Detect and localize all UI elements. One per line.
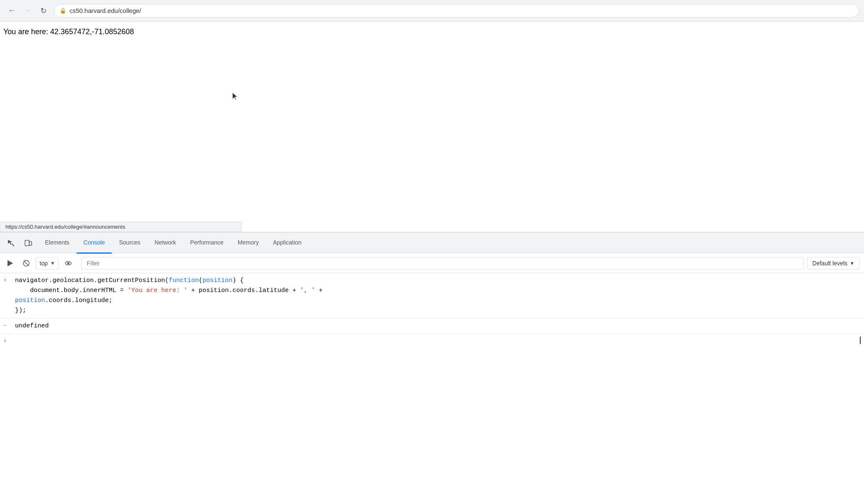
code-paren1: ( bbox=[199, 277, 202, 284]
console-input-line: › bbox=[0, 334, 864, 347]
console-input-arrow[interactable]: › bbox=[3, 276, 12, 283]
back-button[interactable]: ← bbox=[5, 4, 18, 17]
svg-rect-4 bbox=[7, 260, 8, 266]
default-levels-button[interactable]: Default levels ▼ bbox=[807, 257, 860, 269]
console-toolbar: top ▼ Default levels ▼ bbox=[0, 253, 864, 273]
console-entry-return: ← undefined bbox=[0, 319, 864, 334]
url-text: cs50.harvard.edu/college/ bbox=[70, 7, 141, 14]
svg-point-8 bbox=[67, 262, 70, 264]
tab-elements[interactable]: Elements bbox=[38, 233, 76, 254]
svg-line-6 bbox=[24, 261, 29, 266]
tab-console[interactable]: Console bbox=[77, 233, 111, 254]
browser-chrome: ← → ↻ 🔒 cs50.harvard.edu/college/ bbox=[0, 0, 864, 22]
forward-button[interactable]: → bbox=[21, 4, 34, 17]
mouse-cursor-indicator bbox=[232, 92, 240, 103]
code-closing: }); bbox=[15, 307, 26, 314]
page-content: You are here: 42.3657472,-71.0852608 bbox=[0, 22, 864, 222]
code-navigator: navigator.geolocation.getCurrentPosition… bbox=[15, 277, 169, 284]
nav-buttons: ← → ↻ bbox=[5, 4, 50, 17]
context-selector[interactable]: top ▼ bbox=[36, 257, 59, 269]
code-longitude: .coords.longitude; bbox=[45, 297, 112, 304]
cursor-blink bbox=[860, 337, 861, 344]
svg-line-0 bbox=[12, 244, 14, 246]
code-innerHTML: document.body.innerHTML = bbox=[15, 287, 127, 294]
code-str1: 'You are here: ' bbox=[127, 287, 187, 294]
svg-rect-1 bbox=[25, 240, 29, 246]
code-position2: position bbox=[15, 297, 45, 304]
code-plus1: + position.coords.latitude + bbox=[187, 287, 300, 294]
address-bar[interactable]: 🔒 cs50.harvard.edu/college/ bbox=[54, 4, 859, 17]
status-bar: https://cs50.harvard.edu/college/#announ… bbox=[0, 222, 242, 232]
device-toolbar-button[interactable] bbox=[21, 235, 36, 250]
context-value: top bbox=[40, 260, 47, 267]
undefined-text: undefined bbox=[15, 322, 49, 329]
clear-console-button[interactable] bbox=[4, 257, 17, 269]
svg-marker-3 bbox=[8, 260, 13, 266]
tab-sources[interactable]: Sources bbox=[112, 233, 147, 254]
tab-network[interactable]: Network bbox=[148, 233, 182, 254]
code-function-kw: function bbox=[169, 277, 199, 284]
devtools-tabs: Elements Console Sources Network Perform… bbox=[0, 232, 864, 253]
console-input-field[interactable] bbox=[15, 337, 856, 344]
eye-button[interactable] bbox=[62, 257, 75, 269]
code-plus2: + bbox=[315, 287, 322, 294]
filter-input[interactable] bbox=[81, 257, 804, 269]
tab-memory[interactable]: Memory bbox=[231, 233, 266, 254]
devtools-panel: Elements Console Sources Network Perform… bbox=[0, 232, 864, 482]
console-content: › navigator.geolocation.getCurrentPositi… bbox=[0, 273, 864, 482]
code-brace1: ) { bbox=[232, 277, 244, 284]
console-code-block: navigator.geolocation.getCurrentPosition… bbox=[15, 276, 861, 316]
console-entry-code: › navigator.geolocation.getCurrentPositi… bbox=[0, 273, 864, 319]
context-dropdown-icon: ▼ bbox=[50, 260, 55, 266]
levels-dropdown-icon: ▼ bbox=[850, 261, 854, 266]
tab-application[interactable]: Application bbox=[266, 233, 308, 254]
code-str2: ', ' bbox=[300, 287, 315, 294]
code-position-param: position bbox=[202, 277, 232, 284]
console-prompt-arrow: › bbox=[3, 337, 12, 344]
console-return-value: undefined bbox=[15, 321, 861, 331]
lock-icon: 🔒 bbox=[60, 7, 66, 14]
console-return-arrow: ← bbox=[3, 321, 12, 329]
page-location-text: You are here: 42.3657472,-71.0852608 bbox=[0, 22, 864, 42]
inspect-element-button[interactable] bbox=[3, 235, 18, 250]
reload-button[interactable]: ↻ bbox=[37, 4, 50, 17]
tab-performance[interactable]: Performance bbox=[183, 233, 230, 254]
svg-rect-2 bbox=[29, 242, 32, 245]
stop-button[interactable] bbox=[20, 257, 32, 269]
